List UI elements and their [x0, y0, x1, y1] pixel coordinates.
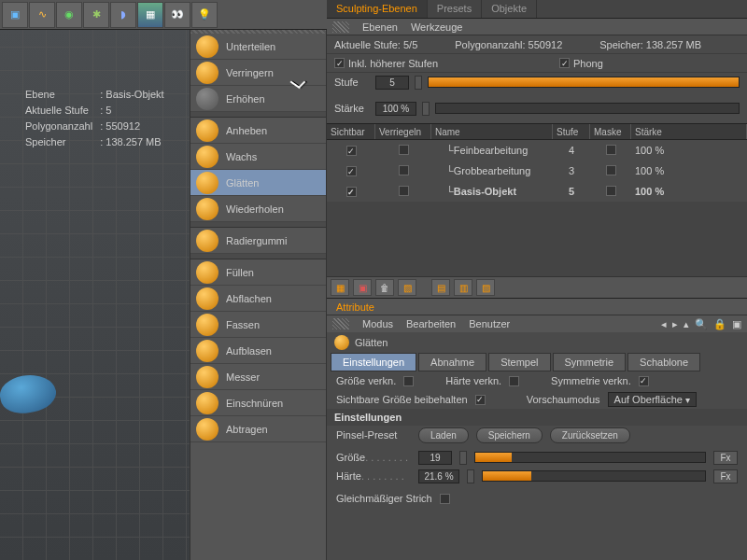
search-icon[interactable]: 🔍	[695, 318, 708, 330]
layer-table: Sichtbar Verriegeln Name Stufe Maske Stä…	[327, 123, 747, 276]
zuruecksetzen-button[interactable]: Zurücksetzen	[550, 427, 630, 443]
nav-back-icon[interactable]: ◂	[661, 318, 667, 330]
tool-radiergummi[interactable]: Radiergummi	[190, 228, 326, 254]
groesse-fx-button[interactable]: Fx	[713, 451, 738, 465]
panel-tabs: Sculpting-Ebenen Presets Objekte	[327, 0, 747, 19]
brush-name: Glätten	[355, 337, 388, 348]
tool-anheben[interactable]: Anheben	[190, 118, 326, 144]
grip-icon[interactable]	[332, 318, 349, 329]
sculpt-tool-panel: UnterteilenVerringernErhöhenAnhebenWachs…	[190, 30, 327, 560]
attribute-menu: Modus Bearbeiten Benutzer ◂ ▸ ▴ 🔍 🔒 ▣	[327, 315, 747, 332]
light-icon[interactable]: 💡	[191, 2, 218, 28]
tool-füllen[interactable]: Füllen	[190, 259, 326, 286]
btab-symmetrie[interactable]: Symmetrie	[553, 353, 627, 371]
menu-modus[interactable]: Modus	[362, 318, 393, 329]
speichern-button[interactable]: Speichern	[476, 427, 543, 443]
stufe-slider[interactable]: Stufe 5	[327, 73, 747, 91]
camera-icon[interactable]: 👀	[164, 2, 190, 28]
tool-wachs[interactable]: Wachs	[190, 144, 326, 170]
groesse-verkn-check[interactable]	[403, 376, 414, 386]
layer-row[interactable]: ✓└Grobbearbeitung3100 %	[327, 161, 747, 181]
tool-glätten[interactable]: Glätten	[190, 170, 326, 196]
merge-down-icon[interactable]: ▥	[454, 279, 472, 296]
tool-wiederholen[interactable]: Wiederholen	[190, 196, 326, 222]
attribute-tabs: Attribute	[327, 299, 747, 315]
deformer-icon[interactable]: ◗	[110, 2, 136, 28]
nurbs-icon[interactable]: ◉	[56, 2, 82, 28]
inkl-check[interactable]: ✓Inkl. höherer Stufen	[334, 58, 438, 69]
sub-tabs: Ebenen Werkzeuge	[327, 19, 747, 35]
subtab-ebenen[interactable]: Ebenen	[362, 21, 398, 33]
cube-icon[interactable]: ▣	[2, 2, 28, 28]
groesse-input[interactable]: 19	[418, 451, 452, 465]
viewport-info: Ebene: Basis-Objekt Aktuelle Stufe: 5 Po…	[23, 86, 166, 151]
tool-messer[interactable]: Messer	[190, 364, 326, 390]
brush-icon	[334, 335, 349, 350]
btab-abnahme[interactable]: Abnahme	[418, 353, 486, 371]
layer-row[interactable]: ✓└Feinbearbeitung4100 %	[327, 140, 747, 161]
tool-abflachen[interactable]: Abflachen	[190, 286, 326, 312]
flatten-icon[interactable]: ▨	[476, 279, 495, 296]
laden-button[interactable]: Laden	[418, 427, 469, 443]
btab-einstellungen[interactable]: Einstellungen	[331, 353, 416, 371]
haerte-input[interactable]: 21.6 %	[418, 469, 459, 483]
environment-icon[interactable]: ▦	[137, 2, 163, 28]
add-folder-icon[interactable]: ▣	[353, 279, 372, 296]
nav-fwd-icon[interactable]: ▸	[672, 318, 678, 330]
options-row: ✓Inkl. höherer Stufen ✓Phong	[327, 54, 747, 73]
add-layer-icon[interactable]: ▦	[331, 279, 349, 296]
new-icon-r[interactable]: ▣	[732, 318, 741, 330]
sichtbare-check[interactable]: ✓	[475, 395, 486, 405]
btab-stempel[interactable]: Stempel	[488, 353, 550, 371]
delete-icon[interactable]: 🗑	[375, 279, 394, 296]
tool-erhöhen[interactable]: Erhöhen	[190, 86, 326, 112]
viewport[interactable]: Ebene: Basis-Objekt Aktuelle Stufe: 5 Po…	[0, 30, 190, 560]
section-einstellungen: Einstellungen	[327, 409, 747, 426]
menu-benutzer[interactable]: Benutzer	[469, 318, 510, 329]
menu-bearbeiten[interactable]: Bearbeiten	[406, 318, 456, 329]
haerte-fx-button[interactable]: Fx	[713, 469, 738, 483]
nav-up-icon[interactable]: ▴	[684, 318, 689, 330]
vorschau-dropdown[interactable]: Auf Oberfläche ▾	[608, 392, 697, 407]
grip-icon[interactable]	[332, 21, 349, 33]
tab-attribute[interactable]: Attribute	[327, 299, 384, 315]
tool-fassen[interactable]: Fassen	[190, 312, 326, 338]
haerte-verkn-check[interactable]	[509, 376, 519, 386]
tool-unterteilen[interactable]: Unterteilen	[190, 34, 326, 60]
groesse-row: Größe. . . . . . . . 19 Fx	[327, 448, 747, 467]
top-toolbar: ▣ ∿ ◉ ✱ ◗ ▦ 👀 💡	[0, 0, 327, 30]
staerke-slider[interactable]: Stärke 100 %	[327, 99, 747, 118]
tool-einschnüren[interactable]: Einschnüren	[190, 390, 326, 416]
sym-verkn-check[interactable]: ✓	[639, 376, 649, 386]
subtab-werkzeuge[interactable]: Werkzeuge	[411, 21, 462, 33]
layer-iconbar: ▦ ▣ 🗑 ▧ ▤ ▥ ▨	[327, 276, 747, 299]
generator-icon[interactable]: ✱	[83, 2, 109, 28]
tab-sculpting-ebenen[interactable]: Sculpting-Ebenen	[327, 0, 428, 18]
groesse-slider[interactable]	[474, 452, 706, 463]
brush-subtabs: Einstellungen Abnahme Stempel Symmetrie …	[327, 353, 747, 371]
merge-up-icon[interactable]: ▤	[431, 279, 450, 296]
tool-verringern[interactable]: Verringern	[190, 60, 326, 86]
tool-aufblasen[interactable]: Aufblasen	[190, 338, 326, 364]
lock-icon[interactable]: 🔒	[713, 318, 726, 330]
status-row: Aktuelle Stufe: 5/5 Polygonanzahl: 55091…	[327, 35, 747, 54]
tab-presets[interactable]: Presets	[428, 0, 482, 18]
layer-row[interactable]: ✓└Basis-Objekt5100 %	[327, 181, 747, 202]
brush-header: Glätten	[327, 332, 747, 353]
gleich-check[interactable]	[440, 494, 450, 504]
btab-schablone[interactable]: Schablone	[627, 353, 700, 371]
tab-objekte[interactable]: Objekte	[482, 0, 537, 18]
right-panel: Sculpting-Ebenen Presets Objekte Ebenen …	[327, 0, 747, 560]
haerte-row: Härte. . . . . . . . 21.6 % Fx	[327, 467, 747, 485]
tool-abtragen[interactable]: Abtragen	[190, 416, 326, 442]
phong-check[interactable]: ✓Phong	[559, 58, 603, 69]
clear-icon[interactable]: ▧	[398, 279, 416, 296]
haerte-slider[interactable]	[482, 470, 706, 482]
spline-icon[interactable]: ∿	[29, 2, 55, 28]
